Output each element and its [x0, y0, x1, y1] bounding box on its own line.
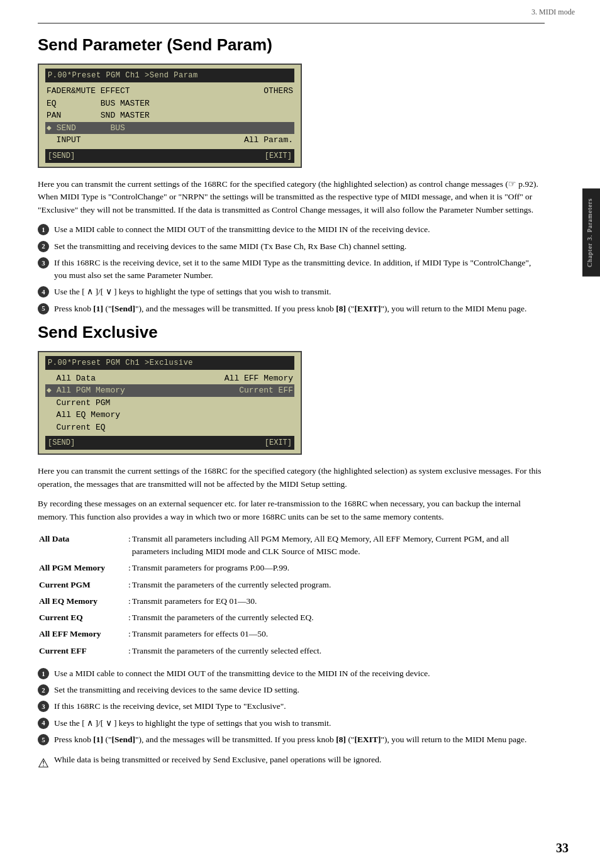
section1-steps: 1 Use a MIDI cable to connect the MIDI O… [38, 223, 545, 315]
s2-step5-text: Press knob [1] ("[Send]"), and the messa… [54, 733, 526, 746]
step1-text: Use a MIDI cable to connect the MIDI OUT… [54, 223, 430, 236]
s2-step4-badge: 4 [38, 718, 49, 729]
s2-step5-badge: 5 [38, 734, 49, 745]
section2-steps: 1 Use a MIDI cable to connect the MIDI O… [38, 667, 545, 746]
section1-intro: Here you can transmit the current settin… [38, 178, 545, 218]
s2-step4-text: Use the [ ∧ ]/[ ∨ ] keys to highlight th… [54, 717, 331, 730]
section1-step-2: 2 Set the transmitting and receiving dev… [38, 240, 545, 253]
side-tab: Chapter 3. Parameters [582, 189, 600, 277]
def-term-alleq: All EQ Memory [39, 594, 127, 609]
def-term-allpgm: All PGM Memory [39, 560, 127, 576]
lcd1-row-4: ◆ SEND BUS [45, 122, 294, 135]
def-term-curpgm: Current PGM [39, 577, 127, 593]
def-row-cureff: Current EFF : Transmit the parameters of… [39, 643, 543, 659]
step4-text: Use the [ ∧ ]/[ ∨ ] keys to highlight th… [54, 286, 331, 298]
section1-step-4: 4 Use the [ ∧ ]/[ ∨ ] keys to highlight … [38, 286, 545, 298]
def-desc-curpgm: Transmit the parameters of the currently… [132, 577, 543, 593]
def-desc-allpgm: Transmit parameters for programs P.00—P.… [132, 560, 543, 576]
lcd1-bottom-bar: [SEND] [EXIT] [45, 149, 294, 163]
lcd1-row-5: INPUT All Param. [45, 134, 294, 147]
def-term-alleff: All EFF Memory [39, 626, 127, 642]
lcd2-bottom-left: [SEND] [48, 437, 75, 448]
def-row-alleff: All EFF Memory : Transmit parameters for… [39, 626, 543, 642]
step2-text: Set the transmitting and receiving devic… [54, 240, 407, 253]
def-row-allpgm: All PGM Memory : Transmit parameters for… [39, 560, 543, 576]
lcd2-r1-right: All EFF Memory [225, 372, 293, 385]
s2-step1-text: Use a MIDI cable to connect the MIDI OUT… [54, 667, 430, 680]
section2-step-1: 1 Use a MIDI cable to connect the MIDI O… [38, 667, 545, 680]
lcd1-row-3: PAN SND MASTER [45, 109, 294, 122]
section1-step-3: 3 If this 168RC is the receiving device,… [38, 257, 545, 282]
lcd2-row-3: Current PGM [45, 397, 294, 409]
lcd2-r3-left: Current PGM [47, 397, 110, 409]
step5-badge: 5 [38, 303, 49, 314]
def-desc-alleq: Transmit parameters for EQ 01—30. [132, 594, 543, 609]
lcd2-r4-left: All EQ Memory [47, 409, 120, 421]
s2-step3-badge: 3 [38, 701, 49, 712]
lcd1-row-1: FADER&MUTE EFFECT OTHERS [45, 85, 294, 97]
def-row-alldata: All Data : Transmit all parameters inclu… [39, 531, 543, 560]
lcd1-r5-right: All Param. [244, 134, 293, 147]
def-term-alldata: All Data [39, 531, 127, 560]
def-term-cureff: Current EFF [39, 643, 127, 659]
top-label: 3. MIDI mode [531, 8, 575, 17]
lcd2-r2-right: Current EFF [239, 384, 293, 397]
lcd1-bottom-right: [EXIT] [265, 150, 292, 162]
lcd2-row-1: All Data All EFF Memory [45, 372, 294, 385]
lcd1-r3-left: PAN SND MASTER [47, 109, 150, 122]
warning-icon: ⚠ [38, 754, 49, 773]
lcd2-row-4: All EQ Memory [45, 409, 294, 421]
def-desc-alleff: Transmit parameters for effects 01—50. [132, 626, 543, 642]
lcd-screen-1: P.00*Preset PGM Ch1 >Send Param FADER&MU… [38, 64, 302, 168]
section2-para1: Here you can transmit the current settin… [38, 465, 545, 491]
s2-step1-badge: 1 [38, 668, 49, 679]
lcd2-row-2: ◆ All PGM Memory Current EFF [45, 384, 294, 397]
def-term-cureq: Current EQ [39, 610, 127, 625]
lcd1-top-bar: P.00*Preset PGM Ch1 >Send Param [45, 69, 294, 82]
lcd1-r2-left: EQ BUS MASTER [47, 97, 150, 110]
lcd2-row-5: Current EQ [45, 421, 294, 434]
lcd1-bottom-left: [SEND] [48, 150, 75, 162]
section2-para2: By recording these messages on an extern… [38, 498, 545, 524]
lcd2-top-bar: P.00*Preset PGM Ch1 >Exclusive [45, 356, 294, 370]
lcd1-r1-left: FADER&MUTE EFFECT [47, 85, 130, 97]
lcd-screen-2: P.00*Preset PGM Ch1 >Exclusive All Data … [38, 351, 302, 455]
def-row-curpgm: Current PGM : Transmit the parameters of… [39, 577, 543, 593]
page-number: 33 [556, 841, 569, 855]
def-desc-cureq: Transmit the parameters of the currently… [132, 610, 543, 625]
lcd2-bottom-right: [EXIT] [265, 437, 292, 448]
step5-text: Press knob [1] ("[Send]"), and the messa… [54, 303, 526, 315]
lcd2-r5-left: Current EQ [47, 421, 106, 434]
warning-text: While data is being transmitted or recei… [54, 754, 381, 767]
lcd2-r1-left: All Data [47, 372, 96, 385]
lcd2-r2-left: ◆ All PGM Memory [47, 384, 125, 397]
lcd2-bottom-bar: [SEND] [EXIT] [45, 436, 294, 450]
section1-step-1: 1 Use a MIDI cable to connect the MIDI O… [38, 223, 545, 236]
step4-badge: 4 [38, 286, 49, 298]
step3-text: If this 168RC is the receiving device, s… [54, 257, 545, 282]
section2-step-2: 2 Set the transmitting and receiving dev… [38, 684, 545, 696]
def-row-alleq: All EQ Memory : Transmit parameters for … [39, 594, 543, 609]
step3-badge: 3 [38, 257, 49, 269]
def-desc-cureff: Transmit the parameters of the currently… [132, 643, 543, 659]
lcd1-row-2: EQ BUS MASTER [45, 97, 294, 110]
lcd1-r5-left: INPUT [47, 134, 81, 147]
lcd1-r4-left: ◆ SEND BUS [47, 122, 125, 135]
section2-step-5: 5 Press knob [1] ("[Send]"), and the mes… [38, 733, 545, 746]
definitions-table: All Data : Transmit all parameters inclu… [38, 530, 545, 660]
step1-badge: 1 [38, 224, 49, 235]
warning-box: ⚠ While data is being transmitted or rec… [38, 754, 545, 773]
section1-title: Send Parameter (Send Param) [38, 35, 545, 55]
s2-step2-badge: 2 [38, 684, 49, 696]
section1-step-5: 5 Press knob [1] ("[Send]"), and the mes… [38, 303, 545, 315]
s2-step2-text: Set the transmitting and receiving devic… [54, 684, 299, 696]
def-desc-alldata: Transmit all parameters including All PG… [132, 531, 543, 560]
step2-badge: 2 [38, 241, 49, 252]
top-separator [38, 23, 545, 24]
s2-step3-text: If this 168RC is the receiving device, s… [54, 700, 286, 713]
section2-step-3: 3 If this 168RC is the receiving device,… [38, 700, 545, 713]
lcd1-r1-right: OTHERS [264, 85, 293, 97]
def-row-cureq: Current EQ : Transmit the parameters of … [39, 610, 543, 625]
section2-step-4: 4 Use the [ ∧ ]/[ ∨ ] keys to highlight … [38, 717, 545, 730]
section2-title: Send Exclusive [38, 323, 545, 342]
